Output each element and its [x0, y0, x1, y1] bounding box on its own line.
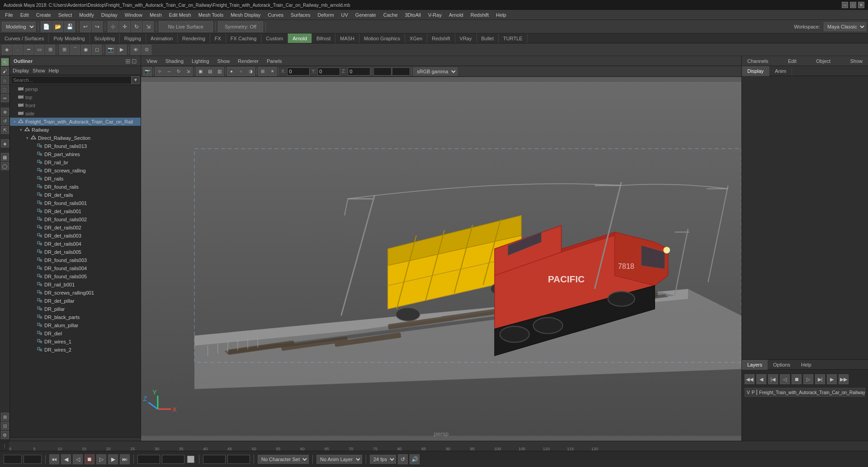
menu-item-display[interactable]: Display — [98, 11, 121, 19]
tree-item[interactable]: ▾Freight_Train_with_Autorack_Train_Car_o… — [10, 118, 141, 126]
no-character-set-dropdown[interactable]: No Character Set — [258, 455, 309, 464]
tree-item[interactable]: DR_part_whires — [10, 150, 141, 158]
tree-item[interactable]: DR_wires_1 — [10, 338, 141, 346]
tree-item[interactable]: DR_found_rails004 — [10, 264, 141, 272]
menu-item-file[interactable]: File — [2, 11, 16, 19]
vertex-btn[interactable]: · — [13, 45, 23, 55]
outliner-float-icon[interactable]: ⊡ — [132, 57, 137, 65]
workspace-dropdown[interactable]: Maya Classic — [824, 22, 866, 31]
vp-gamma-dropdown[interactable]: sRGB gamma — [413, 67, 458, 76]
menu-item-cache[interactable]: Cache — [380, 11, 401, 19]
tab-redshift[interactable]: Redshift — [427, 33, 455, 43]
timeline-ruler[interactable]: 0510152025303540455055606570758085909510… — [9, 441, 868, 451]
next-layer-btn[interactable]: ▶▶ — [839, 374, 849, 384]
tab-curves-/-surfaces[interactable]: Curves / Surfaces — [0, 33, 49, 43]
fps-dropdown[interactable]: 24 fps — [370, 455, 396, 464]
tree-item[interactable]: DR_det_rails004 — [10, 240, 141, 248]
no-anim-layer-dropdown[interactable]: No Anim Layer — [316, 455, 362, 464]
rp-header-edit[interactable]: Edit — [786, 58, 798, 64]
menu-item-modify[interactable]: Modify — [76, 11, 97, 19]
uv-btn[interactable]: ⊞ — [45, 45, 55, 55]
tree-item[interactable]: front — [10, 101, 141, 110]
tree-item[interactable]: DR_det_rails005 — [10, 248, 141, 256]
select-tool-btn[interactable]: ↖ — [1, 58, 9, 66]
tab-motion-graphics[interactable]: Motion Graphics — [359, 33, 405, 43]
current-frame-input[interactable]: 1 — [24, 455, 42, 464]
outliner-menu-help[interactable]: Help — [49, 68, 59, 73]
timeline[interactable]: | 05101520253035404550556065707580859095… — [0, 441, 868, 451]
paint-btn[interactable]: 🖌 — [1, 67, 9, 75]
rp-header-channels[interactable]: Channels — [745, 58, 770, 64]
menu-item-edit[interactable]: Edit — [17, 11, 32, 19]
start-frame-input[interactable]: 1 — [4, 455, 22, 464]
viewport-canvas[interactable]: PACIFIC 7818 — [141, 77, 741, 441]
tab-arnold[interactable]: Arnold — [288, 33, 312, 43]
lasso-btn[interactable]: ◌ — [1, 85, 9, 93]
menu-item-curves[interactable]: Curves — [264, 11, 287, 19]
vp-shading1[interactable]: ● — [227, 67, 236, 76]
menu-item-help[interactable]: Help — [493, 11, 509, 19]
save-scene-btn[interactable]: 💾 — [64, 21, 75, 32]
tree-item[interactable]: persp — [10, 85, 141, 93]
vp-menu-show[interactable]: Show — [214, 56, 234, 66]
grid-btn[interactable]: ⊞ — [1, 413, 9, 421]
step-back-btn[interactable]: |◀ — [768, 374, 778, 384]
tab-rendering[interactable]: Rendering — [178, 33, 210, 43]
menu-item-window[interactable]: Window — [122, 11, 146, 19]
select-btn[interactable]: ⊹ — [108, 21, 118, 32]
tree-item[interactable]: DR_det_rails001 — [10, 207, 141, 215]
vp-display-mode1[interactable]: ▣ — [196, 67, 205, 76]
tab-bullet[interactable]: Bullet — [477, 33, 499, 43]
next-key-btn[interactable]: ⏭ — [120, 454, 130, 464]
snap-btn[interactable]: ⊡ — [1, 422, 9, 430]
tree-item[interactable]: DR_det_rails — [10, 191, 141, 199]
menu-item-mesh-display[interactable]: Mesh Display — [227, 11, 264, 19]
stop-btn[interactable]: ⏹ — [792, 374, 802, 384]
soft-select-btn[interactable]: ◯ — [1, 162, 9, 170]
rotate-tool-btn[interactable]: ↺ — [1, 117, 9, 125]
tree-item[interactable]: DR_screws_ralling001 — [10, 289, 141, 297]
vp-scale-btn[interactable]: ⇲ — [184, 67, 193, 76]
play-fwd-btn[interactable]: ▷ — [96, 454, 106, 464]
menu-item-3dtoall[interactable]: 3DtoAll — [402, 11, 424, 19]
tab-sculpting[interactable]: Sculpting — [90, 33, 120, 43]
close-button[interactable]: ✕ — [858, 2, 864, 8]
symmetry-btn[interactable]: Symmetry: Off — [218, 21, 263, 32]
play-back-trans-btn[interactable]: ◁ — [73, 454, 83, 464]
play-btn[interactable]: ▷ — [803, 374, 813, 384]
prev-frame-btn[interactable]: ◀ — [61, 454, 71, 464]
tab-mash[interactable]: MASH — [335, 33, 359, 43]
menu-item-select[interactable]: Select — [55, 11, 75, 19]
vp-rotate-btn[interactable]: ↻ — [174, 67, 183, 76]
undo-btn[interactable]: ↩ — [80, 21, 91, 32]
show-hide-btn[interactable]: 👁 — [131, 45, 141, 55]
vp-shading3[interactable]: ◑ — [246, 67, 255, 76]
open-scene-btn[interactable]: 📂 — [52, 21, 63, 32]
menu-item-deform[interactable]: Deform — [314, 11, 337, 19]
menu-item-mesh-tools[interactable]: Mesh Tools — [195, 11, 226, 19]
vp-menu-view[interactable]: View — [143, 56, 161, 66]
tree-item[interactable]: DR_found_rails002 — [10, 215, 141, 224]
rp-tab-anim[interactable]: Anim — [769, 66, 792, 76]
play-back-btn[interactable]: ◁ — [780, 374, 790, 384]
tree-item[interactable]: DR_black_parts — [10, 313, 141, 321]
tree-item[interactable]: side — [10, 110, 141, 118]
menu-item-create[interactable]: Create — [33, 11, 54, 19]
vp-shading2[interactable]: ○ — [236, 67, 245, 76]
layer-color-swatch[interactable] — [756, 390, 757, 395]
vp-value2-input[interactable]: 1.00 — [392, 67, 410, 76]
prev-layer-btn[interactable]: ◀◀ — [745, 374, 755, 384]
tree-item[interactable]: DR_rail_b001 — [10, 281, 141, 289]
tab-bifrost[interactable]: Bifrost — [312, 33, 335, 43]
tree-item[interactable]: DR_found_rails003 — [10, 256, 141, 264]
scale-tool-btn[interactable]: ⇱ — [1, 126, 9, 134]
vp-move-btn[interactable]: ↔ — [165, 67, 174, 76]
tab-vray[interactable]: VRay — [455, 33, 477, 43]
tree-item[interactable]: DR_pillar — [10, 305, 141, 313]
tab-fx[interactable]: FX — [210, 33, 226, 43]
redo-btn[interactable]: ↪ — [92, 21, 103, 32]
vp-display-mode2[interactable]: ▤ — [205, 67, 214, 76]
move-btn[interactable]: ✛ — [119, 21, 130, 32]
tree-item[interactable]: DR_det_pillar — [10, 297, 141, 305]
vp-select-btn[interactable]: ⊹ — [155, 67, 164, 76]
